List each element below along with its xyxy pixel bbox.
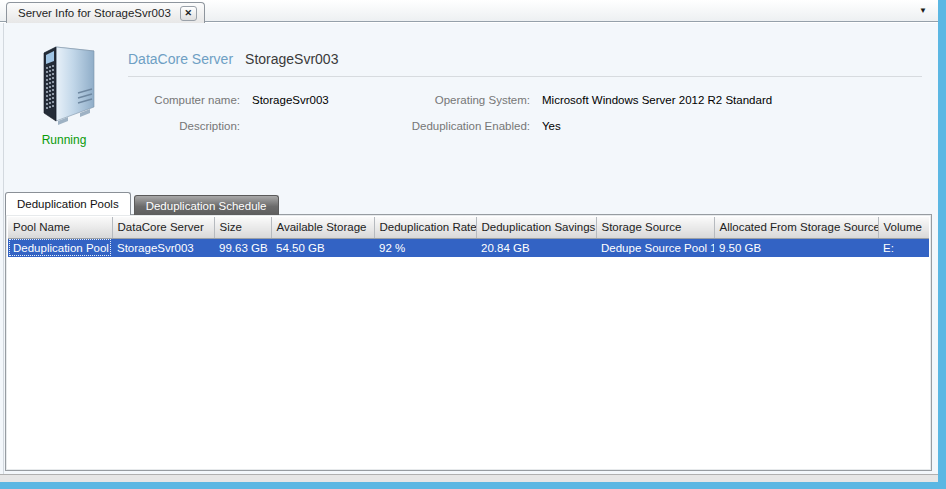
document-tabstrip: Server Info for StorageSvr003 ✕ ▼ — [0, 0, 938, 22]
close-icon[interactable]: ✕ — [180, 6, 197, 21]
window-bottom-edge — [0, 474, 938, 482]
deduplication-pools-table: Pool Name DataCore Server Size Available… — [8, 217, 929, 257]
cell-storage-source: Dedupe Source Pool 1 — [596, 238, 714, 257]
deduplication-pools-panel: Pool Name DataCore Server Size Available… — [5, 214, 932, 471]
cell-allocated-from-storage-source: 9.50 GB — [714, 238, 878, 257]
server-fields: Computer name: StorageSvr003 Operating S… — [128, 87, 922, 139]
server-header: Running DataCore ServerStorageSvr003 Com… — [0, 35, 938, 147]
column-header-deduplication-savings[interactable]: Deduplication Savings — [476, 217, 596, 238]
title-separator — [128, 76, 922, 77]
window-frame-right — [938, 0, 946, 489]
cell-datacore-server: StorageSvr003 — [112, 238, 214, 257]
cell-available-storage: 54.50 GB — [271, 238, 374, 257]
column-header-pool-name[interactable]: Pool Name — [8, 217, 112, 238]
computer-name-label: Computer name: — [128, 94, 240, 106]
computer-name-value: StorageSvr003 — [252, 94, 400, 106]
deduplication-enabled-value: Yes — [542, 120, 922, 132]
column-header-datacore-server[interactable]: DataCore Server — [112, 217, 214, 238]
cell-size: 99.63 GB — [214, 238, 271, 257]
server-header-main: DataCore ServerStorageSvr003 Computer na… — [128, 35, 938, 147]
column-header-volume[interactable]: Volume — [878, 217, 929, 238]
tab-server-info[interactable]: Server Info for StorageSvr003 ✕ — [6, 2, 205, 23]
column-header-allocated-from-storage-source[interactable]: Allocated From Storage Source — [714, 217, 878, 238]
tab-list-dropdown-icon[interactable]: ▼ — [919, 6, 927, 15]
server-type-label: DataCore Server — [128, 51, 233, 67]
table-row[interactable]: Deduplication Pool 1 StorageSvr003 99.63… — [8, 238, 929, 257]
tab-server-info-label: Server Info for StorageSvr003 — [18, 7, 171, 19]
cell-deduplication-savings: 20.84 GB — [476, 238, 596, 257]
table-header-row: Pool Name DataCore Server Size Available… — [8, 217, 929, 238]
page-title: DataCore ServerStorageSvr003 — [128, 51, 922, 67]
field-row: Computer name: StorageSvr003 Operating S… — [128, 87, 922, 113]
deduplication-enabled-label: Deduplication Enabled: — [400, 120, 530, 132]
column-header-size[interactable]: Size — [214, 217, 271, 238]
column-header-deduplication-rate[interactable]: Deduplication Rate — [374, 217, 476, 238]
field-row: Description: Deduplication Enabled: Yes — [128, 113, 922, 139]
tab-deduplication-schedule-label: Deduplication Schedule — [146, 200, 267, 212]
cell-deduplication-rate: 92 % — [374, 238, 476, 257]
column-header-storage-source[interactable]: Storage Source — [596, 217, 714, 238]
tab-deduplication-pools[interactable]: Deduplication Pools — [5, 192, 131, 215]
window-frame-bottom — [0, 482, 946, 489]
server-name: StorageSvr003 — [245, 51, 338, 67]
server-icon-column: Running — [0, 35, 128, 147]
cell-pool-name: Deduplication Pool 1 — [8, 238, 112, 257]
tab-deduplication-pools-label: Deduplication Pools — [17, 198, 119, 210]
server-info-window: Server Info for StorageSvr003 ✕ ▼ — [0, 0, 946, 489]
column-header-available-storage[interactable]: Available Storage — [271, 217, 374, 238]
tab-deduplication-schedule[interactable]: Deduplication Schedule — [134, 195, 279, 215]
description-label: Description: — [128, 120, 240, 132]
server-info-content: Running DataCore ServerStorageSvr003 Com… — [0, 23, 938, 474]
server-tower-icon — [24, 43, 104, 127]
operating-system-label: Operating System: — [400, 94, 530, 106]
cell-volume: E: — [878, 238, 929, 257]
operating-system-value: Microsoft Windows Server 2012 R2 Standar… — [542, 94, 922, 106]
pool-tabs: Deduplication Pools Deduplication Schedu… — [5, 192, 279, 215]
server-status-label: Running — [0, 133, 128, 147]
